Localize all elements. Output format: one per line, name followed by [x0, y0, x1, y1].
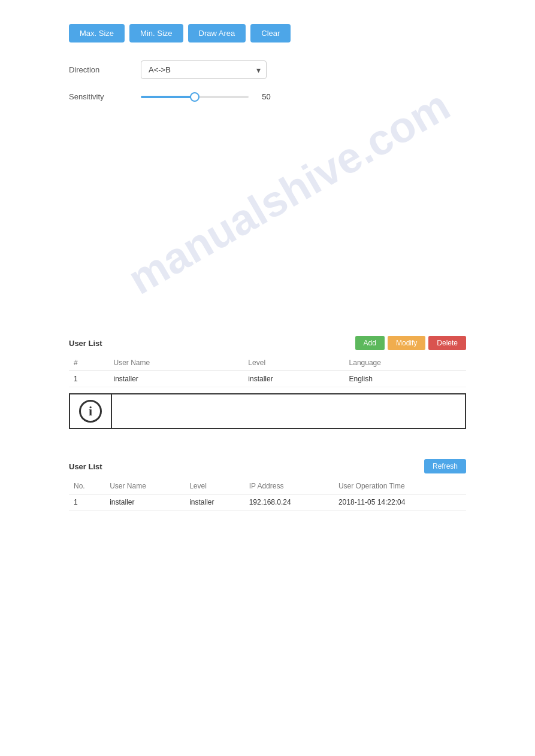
- user-list-section-2: User List Refresh No. User Name Level IP…: [0, 459, 535, 511]
- table-row: 1 installer installer English: [69, 371, 466, 387]
- col-time-2: User Operation Time: [334, 478, 466, 494]
- bottom-spacer: [0, 511, 535, 600]
- sensitivity-label: Sensitivity: [69, 92, 141, 101]
- user-list-actions-2: Refresh: [424, 459, 466, 473]
- direction-select[interactable]: A<->B A->B B->A: [141, 60, 267, 79]
- user-table-1: # User Name Level Language 1 installer i…: [69, 355, 466, 387]
- refresh-button[interactable]: Refresh: [424, 459, 466, 473]
- cell-username: installer: [109, 371, 244, 387]
- col-ip-2: IP Address: [244, 478, 334, 494]
- user-list-section-1: User List Add Modify Delete # User Name …: [0, 336, 535, 387]
- delete-button-1[interactable]: Delete: [428, 336, 466, 350]
- sensitivity-slider-wrapper: 50: [141, 92, 277, 101]
- direction-select-wrapper: A<->B A->B B->A: [141, 60, 267, 79]
- draw-area-button[interactable]: Draw Area: [188, 24, 246, 42]
- user-list-header-1: User List Add Modify Delete: [69, 336, 466, 350]
- page-container: manualshive.com Max. Size Min. Size Draw…: [0, 0, 535, 756]
- cell-username-2: installer: [105, 494, 185, 511]
- cell-language: English: [344, 371, 466, 387]
- table-header-row-1: # User Name Level Language: [69, 355, 466, 371]
- col-level-2: Level: [185, 478, 244, 494]
- add-button-1[interactable]: Add: [355, 336, 385, 350]
- col-level-1: Level: [243, 355, 344, 371]
- min-size-button[interactable]: Min. Size: [129, 24, 183, 42]
- info-box: i: [69, 393, 466, 429]
- cell-level: installer: [243, 371, 344, 387]
- col-language-1: Language: [344, 355, 466, 371]
- col-num-1: #: [69, 355, 109, 371]
- max-size-button[interactable]: Max. Size: [69, 24, 125, 42]
- cell-time: 2018-11-05 14:22:04: [334, 494, 466, 511]
- table-row: 1 installer installer 192.168.0.24 2018-…: [69, 494, 466, 511]
- cell-ip: 192.168.0.24: [244, 494, 334, 511]
- user-table-2: No. User Name Level IP Address User Oper…: [69, 478, 466, 511]
- user-list-title-2: User List: [69, 462, 102, 471]
- cell-level-2: installer: [185, 494, 244, 511]
- col-username-2: User Name: [105, 478, 185, 494]
- user-list-actions-1: Add Modify Delete: [355, 336, 466, 350]
- table-header-row-2: No. User Name Level IP Address User Oper…: [69, 478, 466, 494]
- button-row: Max. Size Min. Size Draw Area Clear: [69, 24, 466, 42]
- main-spacer: [0, 126, 535, 336]
- user-list-header-2: User List Refresh: [69, 459, 466, 473]
- sensitivity-value: 50: [256, 92, 277, 101]
- info-icon-cell: i: [70, 394, 112, 428]
- col-username-1: User Name: [109, 355, 244, 371]
- modify-button-1[interactable]: Modify: [388, 336, 425, 350]
- info-icon: i: [79, 400, 102, 423]
- direction-row: Direction A<->B A->B B->A: [69, 60, 466, 79]
- sensitivity-slider[interactable]: [141, 96, 249, 98]
- clear-button[interactable]: Clear: [250, 24, 291, 42]
- controls-section: Max. Size Min. Size Draw Area Clear Dire…: [0, 12, 535, 126]
- cell-no: 1: [69, 494, 105, 511]
- cell-num: 1: [69, 371, 109, 387]
- user-list-title-1: User List: [69, 339, 102, 348]
- sensitivity-row: Sensitivity 50: [69, 92, 466, 101]
- col-no-2: No.: [69, 478, 105, 494]
- info-content: [112, 394, 465, 428]
- direction-label: Direction: [69, 65, 141, 74]
